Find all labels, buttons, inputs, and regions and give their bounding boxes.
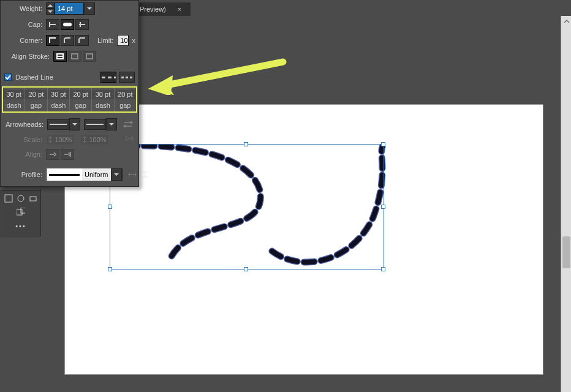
arrowhead-scale-row: Scale: 100% 100%	[1, 132, 138, 147]
dash-gap-cell[interactable]: 30 ptdash	[91, 88, 113, 111]
panel-icon[interactable]	[17, 194, 25, 203]
profile-select[interactable]: Uniform	[46, 168, 123, 181]
dash-gap-cell[interactable]: 30 ptdash	[47, 88, 69, 111]
stepper-up-icon[interactable]	[46, 2, 55, 9]
align-stroke-label: Align Stroke:	[4, 53, 50, 60]
link-scale-icon	[124, 134, 135, 145]
scrollbar-thumb[interactable]	[562, 236, 570, 268]
chevron-down-icon[interactable]	[69, 118, 80, 130]
selection-bounding-box[interactable]	[110, 144, 384, 270]
align-inside-button[interactable]	[68, 51, 81, 62]
arrow-align-extend-button	[46, 149, 59, 160]
dashed-line-row: Dashed Line	[1, 69, 138, 85]
selection-handle[interactable]	[108, 267, 112, 271]
chevron-down-icon[interactable]	[106, 118, 117, 130]
selection-handle[interactable]	[381, 205, 385, 209]
arrowheads-row: Arrowheads:	[1, 116, 138, 132]
svg-rect-4	[21, 208, 25, 213]
selection-handle[interactable]	[244, 142, 248, 146]
profile-label: Profile:	[4, 171, 42, 178]
dash-align-ends-button[interactable]	[119, 72, 135, 83]
limit-label: Limit:	[97, 37, 113, 44]
svg-rect-7	[86, 54, 93, 59]
profile-name: Uniform	[82, 168, 111, 181]
align-outside-button[interactable]	[83, 51, 96, 62]
corner-bevel-button[interactable]	[75, 35, 89, 46]
corner-round-button[interactable]	[61, 35, 74, 46]
cap-row: Cap:	[1, 17, 138, 32]
arrow-align-tip-button	[61, 149, 74, 160]
arrowhead-scale-end: 100%	[80, 134, 108, 145]
limit-x: x	[132, 37, 136, 44]
panel-icon[interactable]	[4, 194, 13, 203]
dash-gap-table: 30 ptdash 20 ptgap 30 ptdash 20 ptgap 30…	[2, 86, 137, 113]
flip-across-icon	[141, 170, 149, 179]
selection-handle[interactable]	[381, 142, 385, 146]
vertical-scrollbar[interactable]	[561, 16, 571, 392]
align-stroke-row: Align Stroke:	[1, 48, 138, 64]
corner-row: Corner: Limit: 10 x	[1, 32, 138, 48]
cap-butt-button[interactable]	[46, 19, 59, 30]
document-tab[interactable]: Preview) ×	[134, 2, 191, 16]
annotation-arrow-icon	[142, 58, 289, 95]
selection-handle[interactable]	[244, 267, 248, 271]
svg-marker-8	[148, 75, 173, 95]
weight-row: Weight: 14 pt	[1, 1, 138, 17]
svg-rect-3	[17, 209, 22, 215]
swap-arrowheads-icon	[123, 119, 135, 130]
weight-dropdown-icon[interactable]	[84, 2, 95, 15]
arrowhead-scale-start: 100%	[46, 134, 74, 145]
arrowhead-start-select[interactable]	[47, 118, 80, 130]
dash-preserve-exact-button[interactable]	[100, 72, 116, 83]
selection-handle[interactable]	[381, 267, 385, 271]
dash-gap-cell[interactable]: 20 ptgap	[69, 88, 91, 111]
corner-label: Corner:	[4, 37, 42, 44]
dash-gap-cell[interactable]: 20 ptgap	[114, 88, 136, 111]
arrow-align-label: Align:	[4, 151, 42, 158]
arrange-documents-icon[interactable]	[17, 208, 25, 216]
cap-round-button[interactable]	[61, 19, 74, 30]
svg-point-1	[18, 195, 24, 202]
collapsed-panel-dock[interactable]: •••	[1, 190, 41, 236]
weight-label: Weight:	[4, 5, 42, 12]
flip-along-icon	[127, 170, 137, 179]
svg-rect-2	[30, 197, 36, 201]
align-center-button[interactable]	[53, 51, 67, 62]
svg-rect-6	[72, 54, 78, 59]
weight-stepper[interactable]: 14 pt	[46, 2, 95, 15]
scale-label: Scale:	[4, 136, 42, 143]
cap-label: Cap:	[4, 21, 42, 28]
scroll-up-icon[interactable]	[561, 16, 571, 26]
stroke-panel: Weight: 14 pt Cap: Corner: Limit: 10 x	[0, 0, 139, 187]
document-tab-title: Preview)	[140, 6, 166, 13]
corner-miter-button[interactable]	[46, 35, 59, 46]
stepper-down-icon[interactable]	[46, 9, 55, 15]
profile-preview	[47, 168, 82, 181]
dash-gap-cell[interactable]: 30 ptdash	[3, 88, 25, 111]
selection-handle[interactable]	[108, 205, 112, 209]
dashed-line-label: Dashed Line	[15, 74, 53, 81]
arrowhead-align-row: Align:	[1, 147, 138, 162]
dashed-line-checkbox[interactable]	[4, 74, 12, 81]
cap-projecting-button[interactable]	[75, 19, 89, 30]
chevron-down-icon[interactable]	[111, 168, 122, 181]
svg-rect-0	[5, 195, 12, 202]
arrowheads-label: Arrowheads:	[4, 121, 43, 128]
more-icon[interactable]: •••	[15, 222, 26, 230]
dash-gap-cell[interactable]: 20 ptgap	[25, 88, 47, 111]
arrowhead-end-select[interactable]	[84, 118, 117, 130]
profile-row: Profile: Uniform	[1, 165, 138, 184]
close-icon[interactable]: ×	[175, 6, 184, 13]
miter-limit-input[interactable]: 10	[117, 35, 128, 46]
weight-input[interactable]: 14 pt	[55, 2, 84, 15]
panel-icon[interactable]	[29, 194, 37, 203]
